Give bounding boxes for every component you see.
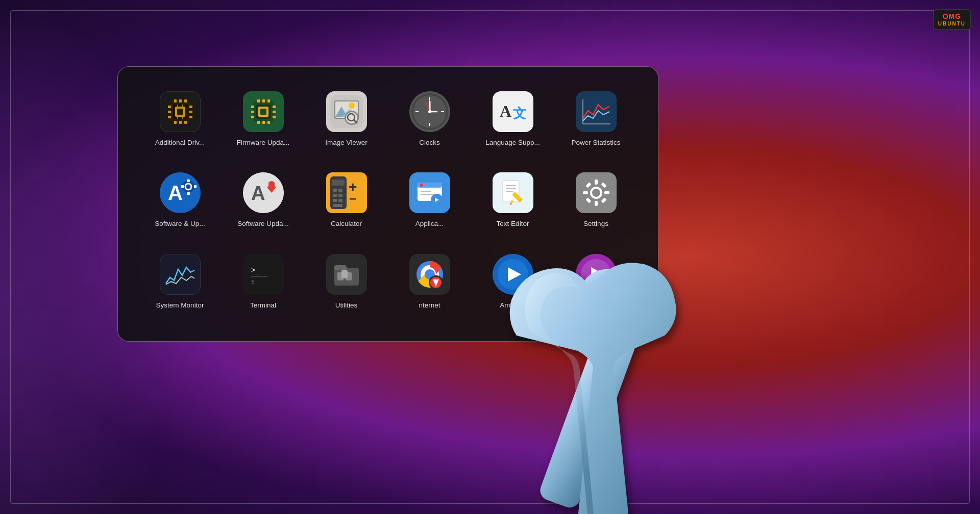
- omg-text: OMG: [938, 12, 966, 21]
- svg-rect-12: [189, 111, 192, 113]
- app-terminal[interactable]: >_ $ Terminal: [222, 245, 305, 315]
- svg-text:>_: >_: [251, 266, 260, 274]
- svg-rect-22: [257, 99, 260, 102]
- app-celluloid[interactable]: Celluloid: [554, 245, 638, 315]
- terminal-icon: >_ $: [243, 254, 284, 295]
- svg-rect-9: [168, 111, 171, 113]
- svg-point-56: [428, 110, 431, 113]
- svg-point-41: [349, 102, 355, 109]
- image-viewer-icon: [326, 91, 367, 132]
- app-calculator[interactable]: + − Calculator: [305, 163, 388, 234]
- svg-rect-70: [181, 185, 184, 188]
- text-editor-label: Text Editor: [497, 219, 529, 228]
- internet-icon: [409, 254, 450, 295]
- app-power-statistics[interactable]: Power Statistics: [554, 82, 638, 152]
- app-settings[interactable]: Settings: [554, 163, 638, 234]
- svg-text:A: A: [168, 182, 183, 204]
- svg-rect-13: [189, 116, 192, 118]
- svg-rect-24: [267, 99, 270, 102]
- app-firmware-updater[interactable]: Firmware Upda...: [222, 82, 305, 152]
- app-additional-drivers[interactable]: Additional Driv...: [138, 82, 222, 152]
- software-updater-icon: A: [243, 172, 284, 213]
- svg-rect-4: [184, 99, 187, 102]
- svg-rect-28: [251, 106, 254, 108]
- app-internet[interactable]: nternet: [388, 245, 471, 315]
- app-text-editor[interactable]: Text Editor: [471, 163, 554, 234]
- settings-icon: [576, 172, 617, 213]
- app-clocks[interactable]: Clocks: [388, 82, 471, 152]
- app-software-updates[interactable]: A Software & Up...: [138, 163, 222, 234]
- utilities-label: Utilities: [335, 301, 358, 310]
- calculator-icon: + −: [326, 172, 367, 213]
- app-software-updater[interactable]: A Software Upda...: [222, 163, 305, 234]
- svg-rect-69: [187, 192, 190, 195]
- svg-rect-109: [604, 191, 609, 194]
- app-grid: Additional Driv...: [117, 66, 658, 342]
- svg-text:A: A: [500, 102, 511, 120]
- svg-text:$: $: [251, 278, 255, 285]
- app-image-viewer[interactable]: Image Viewer: [305, 82, 388, 152]
- firmware-icon: [243, 91, 284, 132]
- svg-rect-25: [257, 121, 260, 124]
- ubuntu-text: UBUNTU: [938, 21, 966, 27]
- software-updater-label: Software Upda...: [237, 219, 289, 228]
- language-icon: A 文: [493, 91, 533, 132]
- terminal-label: Terminal: [250, 301, 276, 310]
- svg-point-66: [182, 181, 194, 193]
- app-row-3: System Monitor >_ $ Terminal: [138, 245, 638, 326]
- svg-rect-6: [179, 121, 182, 124]
- svg-rect-30: [251, 116, 254, 118]
- svg-rect-116: [247, 258, 280, 291]
- svg-rect-15: [177, 109, 183, 115]
- svg-point-114: [593, 190, 599, 196]
- settings-label: Settings: [583, 219, 608, 228]
- firmware-label: Firmware Upda...: [237, 138, 290, 147]
- app-row-2: A Software & Up... A: [138, 163, 638, 244]
- amberol-icon: [493, 254, 533, 295]
- svg-rect-11: [189, 106, 192, 108]
- celluloid-icon: [576, 254, 617, 295]
- svg-rect-68: [187, 179, 190, 182]
- svg-rect-32: [273, 111, 276, 113]
- svg-text:A: A: [251, 183, 265, 204]
- language-label: Language Supp...: [485, 138, 540, 147]
- app-utilities[interactable]: Utilities: [305, 245, 388, 315]
- svg-rect-8: [168, 106, 171, 108]
- startup-label: Applica...: [415, 219, 444, 228]
- svg-rect-84: [333, 199, 337, 202]
- svg-point-90: [420, 184, 423, 187]
- svg-rect-108: [583, 191, 588, 194]
- svg-rect-107: [595, 201, 598, 206]
- omg-badge[interactable]: OMG UBUNTU: [933, 9, 971, 30]
- svg-rect-115: [164, 258, 197, 291]
- power-label: Power Statistics: [571, 138, 620, 147]
- software-updates-icon: A: [160, 172, 201, 213]
- power-icon: [576, 91, 617, 132]
- svg-rect-23: [262, 99, 265, 102]
- clocks-label: Clocks: [419, 138, 440, 147]
- svg-rect-77: [332, 179, 345, 186]
- additional-drivers-label: Additional Driv...: [155, 138, 205, 147]
- svg-rect-106: [595, 179, 598, 185]
- svg-rect-31: [273, 106, 276, 108]
- svg-rect-10: [168, 116, 171, 118]
- svg-rect-81: [338, 189, 342, 192]
- startup-icon: [409, 172, 450, 213]
- svg-rect-86: [333, 204, 342, 207]
- app-row-1: Additional Driv...: [138, 82, 638, 163]
- app-startup[interactable]: Applica...: [388, 163, 471, 234]
- app-language-support[interactable]: A 文 Language Supp...: [471, 82, 554, 152]
- svg-rect-35: [260, 109, 266, 115]
- svg-rect-82: [333, 194, 337, 197]
- app-system-monitor[interactable]: System Monitor: [138, 245, 222, 315]
- svg-rect-2: [174, 99, 177, 102]
- app-amberol[interactable]: Amberol: [471, 245, 554, 315]
- svg-rect-71: [194, 185, 197, 188]
- svg-text:−: −: [349, 192, 356, 205]
- text-editor-icon: [493, 172, 533, 213]
- amberol-label: Amberol: [500, 301, 525, 310]
- svg-rect-85: [338, 199, 342, 202]
- utilities-icon: [326, 254, 367, 295]
- svg-rect-33: [273, 116, 276, 118]
- celluloid-label: Celluloid: [583, 301, 609, 310]
